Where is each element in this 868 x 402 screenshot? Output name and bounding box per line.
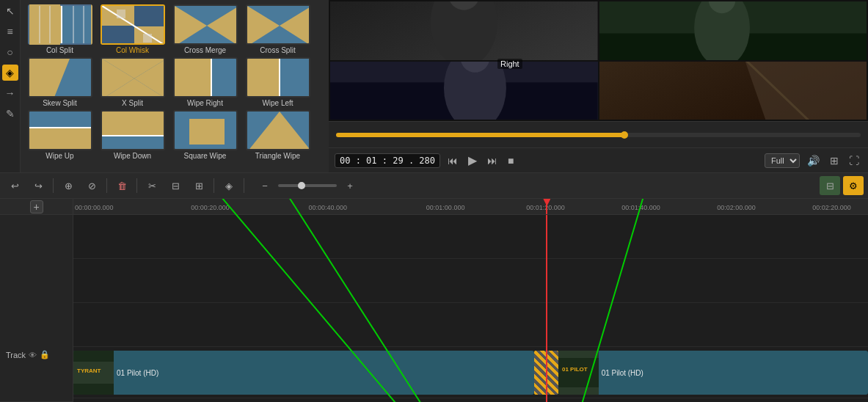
transition-skew-split-label: Skew Split [43, 99, 77, 107]
timeline-tracks-area: TYRANT 01 Pilot (HD) 01 PILOT 01 Pilot (… [73, 215, 868, 402]
undo-button[interactable]: ↩ [4, 176, 25, 195]
timeline-ruler: 00:00:00.000 00:00:20.000 00:00:40.000 0… [73, 199, 868, 215]
play-button[interactable]: ▶ [465, 152, 480, 169]
redo-button[interactable]: ↪ [28, 176, 48, 195]
svg-rect-11 [117, 10, 125, 18]
empty-track-row-1 [73, 215, 868, 259]
transition-wipe-up-label: Wipe Up [45, 152, 73, 160]
cut-button[interactable]: ✂ [142, 176, 162, 195]
svg-point-44 [431, 1, 497, 60]
transition-col-split[interactable]: Col Split [25, 4, 95, 54]
track-label-row: Track 👁 🔒 [0, 308, 73, 402]
zoom-out-button[interactable]: − [255, 176, 275, 195]
progress-bar[interactable] [336, 133, 861, 137]
ruler-mark-0: 00:00:00.000 [75, 204, 114, 211]
trim-button[interactable]: ⊟ [165, 176, 186, 195]
zoom-handle [298, 182, 305, 189]
transitions-panel: Col Split Col Whisk Cross Merge Cross Sp… [21, 0, 329, 172]
timeline-content: 00:00:00.000 00:00:20.000 00:00:40.000 0… [73, 199, 868, 402]
step-back-button[interactable]: ⏮ [445, 153, 461, 168]
volume-button[interactable]: 🔊 [804, 153, 823, 168]
empty-track-row-2 [73, 259, 868, 303]
toolbar-separator-4 [214, 178, 214, 193]
timeline-sidebar-header: + [0, 199, 73, 215]
ruler-mark-2: 00:00:40.000 [309, 204, 348, 211]
ruler-mark-1: 00:00:20.000 [191, 204, 230, 211]
transition-wipe-left[interactable]: Wipe Left [243, 57, 313, 107]
svg-rect-12 [143, 34, 152, 43]
marker-button[interactable]: ◈ [219, 176, 239, 195]
ruler-mark-7: 00:02:20.000 [812, 204, 851, 211]
track-name: Track [6, 351, 26, 359]
svg-rect-39 [189, 119, 225, 145]
progress-fill [336, 133, 624, 137]
cursor-icon[interactable]: ↖ [2, 3, 18, 19]
delete-button[interactable]: 🗑 [112, 176, 132, 195]
svg-rect-33 [29, 128, 92, 150]
circle-icon[interactable]: ○ [2, 44, 18, 60]
zoom-slider[interactable] [278, 184, 337, 187]
preview-frame-4 [599, 62, 867, 120]
copy-button[interactable]: ⊕ [58, 176, 79, 195]
transition-cross-merge-label: Cross Merge [184, 46, 226, 54]
transition-triangle-wipe[interactable]: Triangle Wipe [243, 110, 313, 160]
step-forward-button[interactable]: ⏭ [484, 153, 500, 168]
svg-text:01 PILOT: 01 PILOT [562, 366, 588, 373]
transition-wipe-down[interactable]: Wipe Down [98, 110, 167, 160]
arrow-icon[interactable]: → [2, 85, 18, 101]
quality-select[interactable]: Full 1/2 1/4 [765, 153, 800, 168]
empty-track-row-3 [73, 303, 868, 347]
zoom-in-button[interactable]: + [340, 176, 360, 195]
preview-video-area: Right [329, 0, 868, 121]
svg-rect-61 [558, 358, 599, 387]
toolbar-separator-1 [53, 178, 54, 193]
transition-triangle-wipe-label: Triangle Wipe [255, 152, 300, 160]
settings-button[interactable]: ⚙ [843, 176, 864, 195]
transition-cross-split[interactable]: Cross Split [243, 4, 313, 54]
svg-text:TYRANT: TYRANT [77, 368, 101, 374]
transition-x-split[interactable]: X Split [98, 57, 167, 107]
transition-wipe-right[interactable]: Wipe Right [170, 57, 240, 107]
ruler-mark-3: 00:01:00.000 [426, 204, 465, 211]
empty-track-area [0, 215, 73, 308]
timeline-sidebar: + Track 👁 🔒 [0, 199, 73, 402]
fullscreen-button[interactable]: ⛶ [846, 153, 862, 168]
text-icon[interactable]: ≡ [2, 23, 18, 40]
transition-wipe-up[interactable]: Wipe Up [25, 110, 95, 160]
screenshot-button[interactable]: ⊞ [827, 153, 842, 168]
preview-label-right: Right [497, 59, 522, 69]
ruler-mark-6: 00:02:00.000 [717, 204, 756, 211]
pen-icon[interactable]: ✎ [2, 106, 18, 122]
transition-col-whisk[interactable]: Col Whisk [98, 4, 167, 54]
toolbar-separator-5 [244, 178, 244, 193]
split-button[interactable]: ⊞ [189, 176, 209, 195]
track-eye-icon[interactable]: 👁 [29, 351, 37, 359]
track-lock-icon[interactable]: 🔒 [40, 350, 50, 359]
timeline-section: + Track 👁 🔒 00:00:00.000 00:00:20.000 00… [0, 199, 868, 402]
snap-button[interactable]: ⊟ [820, 176, 840, 195]
transition-skew-split[interactable]: Skew Split [25, 57, 95, 107]
transition-wipe-left-label: Wipe Left [262, 99, 293, 107]
clip-1[interactable]: TYRANT 01 Pilot (HD) [73, 351, 534, 395]
preview-controls [329, 121, 868, 147]
toolbar-separator-2 [106, 178, 107, 193]
transition-cross-split-label: Cross Split [260, 46, 295, 54]
ruler-playhead [546, 199, 547, 214]
transition-square-wipe[interactable]: Square Wipe [170, 110, 240, 160]
transition-col-whisk-label: Col Whisk [116, 46, 149, 54]
transitions-grid: Col Split Col Whisk Cross Merge Cross Sp… [21, 0, 329, 164]
transition-cross-merge[interactable]: Cross Merge [170, 4, 240, 54]
left-sidebar: ↖ ≡ ○ ◈ → ✎ [0, 0, 21, 172]
transition-col-split-label: Col Split [46, 46, 73, 54]
filter-icon[interactable]: ◈ [2, 65, 18, 81]
paste-button[interactable]: ⊘ [81, 176, 102, 195]
transition-wipe-down-label: Wipe Down [114, 152, 151, 160]
add-track-button[interactable]: + [30, 200, 43, 213]
zoom-control: − + [255, 176, 360, 195]
transition-x-split-label: X Split [122, 99, 143, 107]
clip-2-label: 01 Pilot (HD) [599, 369, 646, 377]
clip-2[interactable]: 01 PILOT 01 Pilot (HD) [558, 351, 868, 395]
progress-handle[interactable] [621, 131, 628, 139]
stop-button[interactable]: ■ [505, 153, 517, 168]
preview-panel: Right 00 : 01 : 29 . 280 ⏮ ▶ ⏭ ■ Full 1/… [329, 0, 868, 172]
